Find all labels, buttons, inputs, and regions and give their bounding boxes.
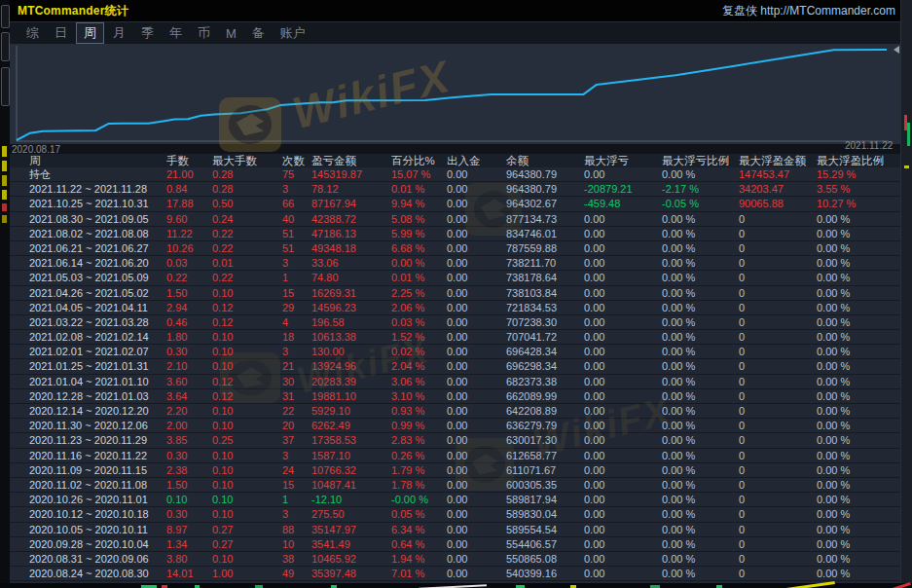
tab-周[interactable]: 周 <box>76 22 104 44</box>
column-header[interactable]: 次数 <box>282 154 311 167</box>
value-cell: 10613.38 <box>311 330 391 344</box>
value-cell: 6.68 % <box>391 241 447 255</box>
table-row[interactable]: 2021.01.25 ~ 2021.01.312.100.102113924.9… <box>10 359 901 374</box>
brand-link[interactable]: 复盘侠 http://MTCommander.com <box>722 3 901 19</box>
value-cell: -459.48 <box>584 197 662 210</box>
table-row[interactable]: 2021.03.22 ~ 2021.03.280.460.124196.580.… <box>10 315 901 330</box>
table-row[interactable]: 2020.10.26 ~ 2020.11.010.100.101-12.10-0… <box>10 493 901 507</box>
value-cell: 0 <box>739 552 817 566</box>
table-row[interactable]: 2021.02.01 ~ 2021.02.070.300.103130.000.… <box>10 345 901 359</box>
period-cell: 2021.08.30 ~ 2021.09.05 <box>10 212 166 226</box>
period-cell: 2021.11.22 ~ 2021.11.28 <box>10 182 166 196</box>
table-row[interactable]: 2020.10.05 ~ 2020.10.118.970.278835147.9… <box>10 523 901 537</box>
column-header[interactable]: 最大手数 <box>212 154 282 167</box>
tab-M[interactable]: M <box>219 25 243 42</box>
period-cell: 2021.06.21 ~ 2021.06.27 <box>10 241 166 255</box>
value-cell: 0.00 <box>447 493 506 506</box>
value-cell: 0 <box>739 389 817 403</box>
chart-scroll-arrow[interactable] <box>894 46 899 54</box>
column-header[interactable]: 百分比% <box>391 154 447 167</box>
table-row[interactable]: 2020.11.23 ~ 2020.11.293.850.253717358.5… <box>10 433 901 448</box>
table-row[interactable]: 2021.06.21 ~ 2021.06.2710.260.225149348.… <box>10 241 901 256</box>
table-row[interactable]: 2021.04.05 ~ 2021.04.112.940.122914596.2… <box>10 301 901 315</box>
value-cell: 10.26 <box>166 241 212 255</box>
value-cell: 0.27 <box>212 537 282 551</box>
value-cell: 0.00 <box>584 552 662 566</box>
value-cell: 738103.84 <box>506 286 584 300</box>
background-mark <box>2 161 7 171</box>
column-header[interactable]: 最大浮盈比例 <box>817 154 901 167</box>
value-cell: 0.00 <box>447 478 506 492</box>
table-row[interactable]: 2021.01.04 ~ 2021.01.103.600.123020283.3… <box>10 375 901 389</box>
tab-季[interactable]: 季 <box>134 23 161 43</box>
value-cell: 2.38 <box>166 463 212 477</box>
value-cell: 0.12 <box>212 375 282 388</box>
table-row[interactable]: 2021.06.14 ~ 2021.06.200.030.01333.060.0… <box>10 256 901 271</box>
table-row[interactable]: 2020.12.28 ~ 2021.01.033.640.123119881.1… <box>10 389 901 404</box>
value-cell: 0.00 % <box>817 212 901 226</box>
table-body: 持仓21.000.2875145319.8715.07 %0.00964380.… <box>10 167 901 588</box>
tab-日[interactable]: 日 <box>48 23 74 43</box>
column-header[interactable]: 最大浮亏 <box>584 154 662 167</box>
table-row[interactable]: 2020.08.31 ~ 2020.09.063.800.103810465.9… <box>10 552 901 567</box>
value-cell: 0.12 <box>212 389 282 403</box>
value-cell: 2.20 <box>166 404 212 418</box>
column-header[interactable]: 周 <box>10 154 166 167</box>
equity-chart-panel <box>10 44 900 144</box>
value-cell: 6262.49 <box>311 419 391 432</box>
table-row[interactable]: 2020.11.16 ~ 2020.11.220.300.1031587.100… <box>10 449 901 463</box>
table-row[interactable]: 2021.08.30 ~ 2021.09.059.600.244042388.7… <box>10 212 901 227</box>
value-cell: 40 <box>282 212 311 226</box>
column-header[interactable]: 出入金 <box>447 154 506 167</box>
value-cell: 49 <box>282 567 311 580</box>
tab-账户[interactable]: 账户 <box>274 23 312 43</box>
tab-月[interactable]: 月 <box>106 23 132 43</box>
value-cell: 0.00 % <box>817 419 901 432</box>
table-row[interactable]: 2020.09.28 ~ 2020.10.041.340.27103541.49… <box>10 537 901 552</box>
value-cell: 0.00 % <box>817 389 901 403</box>
value-cell: 0.00 <box>447 419 506 432</box>
value-cell: 636279.79 <box>506 419 584 432</box>
value-cell: 662089.99 <box>506 389 584 403</box>
table-row[interactable]: 2020.11.09 ~ 2020.11.152.380.102410766.3… <box>10 463 901 478</box>
tab-备[interactable]: 备 <box>245 23 272 43</box>
value-cell: 51 <box>282 227 311 240</box>
column-header[interactable]: 手数 <box>166 154 212 167</box>
value-cell: 0.00 <box>584 567 662 580</box>
background-mark <box>2 215 7 223</box>
table-row[interactable]: 2020.12.14 ~ 2020.12.202.200.10225929.10… <box>10 404 901 419</box>
table-row[interactable]: 2021.08.02 ~ 2021.08.0811.220.225147186.… <box>10 227 901 241</box>
tab-bar: 综日周月季年币M备账户 <box>10 22 901 44</box>
value-cell: 0.00 % <box>662 301 739 314</box>
value-cell: 1.80 <box>166 330 212 344</box>
tab-年[interactable]: 年 <box>163 23 189 43</box>
value-cell: 0.00 % <box>662 286 739 300</box>
background-window-left-edge <box>0 0 10 588</box>
table-row[interactable]: 2021.05.03 ~ 2021.05.090.220.22174.800.0… <box>10 271 901 285</box>
value-cell: 0.22 <box>212 227 282 240</box>
table-row[interactable]: 2021.10.25 ~ 2021.10.3117.880.506687167.… <box>10 197 901 211</box>
value-cell: 0.00 <box>447 167 506 181</box>
tab-币[interactable]: 币 <box>191 23 217 43</box>
column-header[interactable]: 最大浮亏比例 <box>662 154 739 167</box>
table-row[interactable]: 2021.02.08 ~ 2021.02.141.800.101810613.3… <box>10 330 901 345</box>
value-cell: 0.00 <box>447 345 506 358</box>
table-row[interactable]: 2021.04.26 ~ 2021.05.021.500.101516269.3… <box>10 286 901 301</box>
table-row[interactable]: 2021.11.22 ~ 2021.11.280.840.28378.120.0… <box>10 182 901 197</box>
table-row[interactable]: 持仓21.000.2875145319.8715.07 %0.00964380.… <box>10 167 901 182</box>
table-row[interactable]: 2020.11.02 ~ 2020.11.081.500.101510487.4… <box>10 478 901 493</box>
table-row[interactable]: 2020.11.30 ~ 2020.12.062.000.10206262.49… <box>10 419 901 433</box>
background-mark <box>892 582 911 588</box>
value-cell: 24 <box>282 463 311 477</box>
column-header[interactable]: 盈亏金额 <box>311 154 391 167</box>
value-cell: 0.05 % <box>391 507 447 521</box>
table-row[interactable]: 2020.08.24 ~ 2020.08.3014.011.004935397.… <box>10 567 901 581</box>
tab-综[interactable]: 综 <box>19 23 46 43</box>
table-row[interactable]: 2020.10.12 ~ 2020.10.180.300.103275.500.… <box>10 507 901 522</box>
column-header[interactable]: 余额 <box>506 154 584 167</box>
background-button <box>1 5 10 28</box>
value-cell: 0.12 <box>212 315 282 329</box>
value-cell: 0.00 % <box>817 241 901 255</box>
value-cell: 3.06 % <box>391 375 447 388</box>
column-header[interactable]: 最大浮盈金额 <box>739 154 817 167</box>
